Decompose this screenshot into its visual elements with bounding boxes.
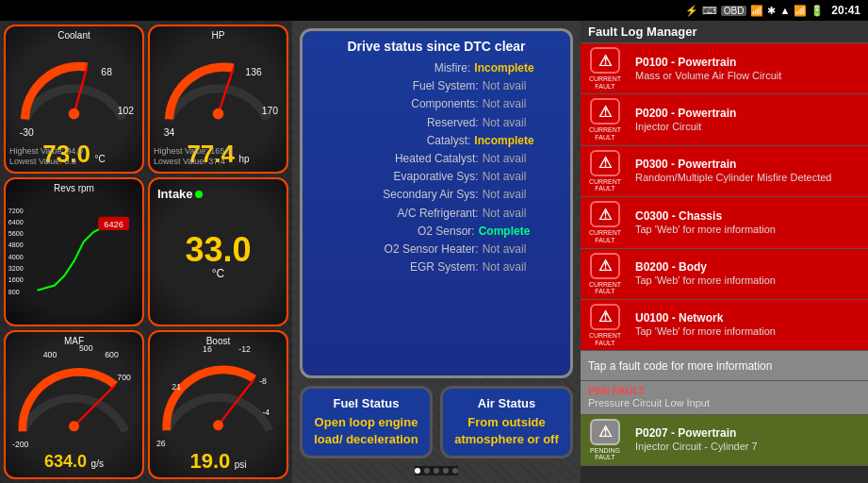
wifi-icon: ▲ <box>779 5 790 16</box>
maf-gauge[interactable]: MAF -200 400 500 600 700 634.0 g/s <box>4 330 144 479</box>
fault-badge-label: CURRENTFAULT <box>589 75 621 90</box>
status-icons: ⚡ ⌨ OBD 📶 ✱ ▲ 📶 🔋 20:41 <box>685 4 860 17</box>
dtc-row: Catalyst:Incomplete <box>318 132 555 150</box>
fuel-status-title: Fuel Status <box>310 396 422 410</box>
warning-icon: ⚡ <box>685 5 698 17</box>
dot-1 <box>415 468 420 474</box>
fault-icon: ⚠ <box>590 253 620 279</box>
page-dots <box>415 466 458 475</box>
svg-text:26: 26 <box>156 439 166 448</box>
intake-value: 33.0 <box>185 230 251 269</box>
svg-text:6426: 6426 <box>104 220 123 229</box>
fault-code: P0200 - Powertrain <box>635 107 862 120</box>
fault-icon: ⚠ <box>590 47 620 74</box>
fault-list: ⚠ CURRENTFAULT P0100 - Powertrain Mass o… <box>581 43 868 483</box>
svg-text:7200: 7200 <box>8 208 24 215</box>
maf-value: 634.0 <box>44 452 87 471</box>
fault-badge: ⚠ CURRENTFAULT <box>581 43 630 93</box>
fault-item[interactable]: ⚠ CURRENTFAULT P0300 - Powertrain Random… <box>581 146 868 197</box>
fault-desc: Tap 'Web' for more information <box>635 223 862 236</box>
coolant-sub: Highest Value: 94.0 Lowest Value: 0.0 <box>9 146 83 168</box>
fault-log-header: Fault Log Manager <box>581 21 868 43</box>
svg-point-21 <box>69 422 79 432</box>
fuel-status-box[interactable]: Fuel Status Open loop engine load/ decel… <box>300 386 433 458</box>
dtc-row-value: Not avail <box>483 241 527 258</box>
dtc-panel[interactable]: Drive status since DTC clear Misfire:Inc… <box>300 28 573 378</box>
fault-icon: ⚠ <box>590 98 620 125</box>
air-status-box[interactable]: Air Status From outside atmosphere or of… <box>440 386 573 458</box>
dtc-row: Evaporative Sys:Not avail <box>318 168 555 186</box>
fault-desc: Tap 'Web' for more information <box>635 274 862 287</box>
pending-fault-desc-main: Injector Circuit - Cylinder 7 <box>635 440 862 453</box>
dtc-row: Fuel System:Not avail <box>318 77 555 95</box>
usb-icon: ⌨ <box>702 5 717 17</box>
boost-gauge[interactable]: Boost 26 21 16 -12 -8 -4 19.0 psi <box>148 330 288 479</box>
fault-info: P0300 - Powertrain Random/Multiple Cylin… <box>630 154 868 188</box>
tap-info-text: Tap a fault code for more information <box>581 356 868 376</box>
pending-badge: ⚠ PENDINGFAULT <box>581 415 630 465</box>
dtc-row-value: Not avail <box>483 150 527 168</box>
svg-text:136: 136 <box>245 67 262 77</box>
dtc-row-label: Heated Catalyst: <box>347 150 479 168</box>
maf-title: MAF <box>6 336 142 346</box>
fault-item[interactable]: ⚠ CURRENTFAULT B0200 - Body Tap 'Web' fo… <box>581 249 868 300</box>
fault-badge-label: CURRENTFAULT <box>589 126 621 141</box>
rev-gauge[interactable]: Revs rpm 7200 6400 5600 4800 4000 3200 1… <box>4 177 144 326</box>
svg-text:-4: -4 <box>262 408 270 417</box>
intake-unit: °C <box>212 267 224 280</box>
fault-info: B0200 - Body Tap 'Web' for more informat… <box>630 257 868 291</box>
dtc-row: O2 Sensor:Complete <box>318 223 555 241</box>
status-bar: ⚡ ⌨ OBD 📶 ✱ ▲ 📶 🔋 20:41 <box>0 0 868 21</box>
signal-icon: 📶 <box>750 5 763 17</box>
dtc-row-value: Not avail <box>483 95 527 113</box>
hp-sub: Highest Value: 165.5 Lowest Value: 37.4 <box>154 146 232 168</box>
fault-code: P0100 - Powertrain <box>635 56 862 69</box>
svg-text:4800: 4800 <box>8 242 24 250</box>
boost-title: Boost <box>150 336 287 346</box>
fault-item[interactable]: ⚠ CURRENTFAULT U0100 - Network Tap 'Web'… <box>581 300 868 351</box>
pending-code-row: PEN FAULT Pressure Circuit Low Input <box>581 381 868 414</box>
coolant-title: Coolant <box>6 30 142 41</box>
dot-4 <box>443 468 449 474</box>
right-panel: Fault Log Manager ⚠ CURRENTFAULT P0100 -… <box>581 21 868 483</box>
dtc-row-label: EGR System: <box>347 258 479 276</box>
fault-desc: Injector Circuit <box>635 120 862 133</box>
pending-fault-code: PEN FAULT <box>588 385 860 396</box>
fault-badge-label: CURRENTFAULT <box>589 281 621 295</box>
svg-text:700: 700 <box>117 373 131 382</box>
dtc-row: Heated Catalyst:Not avail <box>318 150 555 168</box>
fault-badge: ⚠ CURRENTFAULT <box>581 300 630 350</box>
dtc-row: Secondary Air Sys:Not avail <box>318 186 555 204</box>
svg-text:5600: 5600 <box>8 231 24 239</box>
fault-icon: ⚠ <box>590 201 620 227</box>
coolant-gauge[interactable]: Coolant -30 68 102 73.0 °C Highest Value… <box>4 25 144 174</box>
svg-text:4000: 4000 <box>8 254 24 261</box>
fault-code: U0100 - Network <box>635 311 862 325</box>
intake-gauge[interactable]: Intake 33.0 °C <box>148 177 288 326</box>
dtc-row: Misfire:Incomplete <box>318 59 555 77</box>
svg-text:-30: -30 <box>20 127 34 138</box>
fuel-status-value: Open loop engine load/ deceleration <box>310 414 422 448</box>
fault-desc: Mass or Volume Air Flow Circuit <box>635 69 862 82</box>
fault-item[interactable]: ⚠ CURRENTFAULT P0100 - Powertrain Mass o… <box>581 43 868 94</box>
dtc-row-label: O2 Sensor: <box>343 223 475 241</box>
fault-item[interactable]: ⚠ CURRENTFAULT P0200 - Powertrain Inject… <box>581 94 868 145</box>
air-status-value: From outside atmosphere or off <box>450 414 563 448</box>
dtc-row: Components:Not avail <box>318 95 555 113</box>
dtc-row-value: Not avail <box>483 258 527 276</box>
pending-badge-label: PENDINGFAULT <box>590 447 620 461</box>
hp-gauge[interactable]: HP 34 136 170 77.4 hp Highest Value: 165… <box>148 25 288 174</box>
svg-text:170: 170 <box>262 106 279 116</box>
dtc-row-value: Not avail <box>483 114 527 132</box>
maf-unit: g/s <box>91 458 104 469</box>
pending-fault-item[interactable]: ⚠ PENDINGFAULT P0207 - Powertrain Inject… <box>581 415 868 466</box>
fault-badge-label: CURRENTFAULT <box>589 332 621 346</box>
svg-text:3200: 3200 <box>8 266 24 274</box>
dtc-row-value: Incomplete <box>474 59 533 77</box>
coolant-unit: °C <box>94 154 105 164</box>
dtc-row-value: Incomplete <box>474 132 533 150</box>
fault-item[interactable]: ⚠ CURRENTFAULT C0300 - Chassis Tap 'Web'… <box>581 197 868 248</box>
boost-value: 19.0 <box>189 449 230 473</box>
svg-text:21: 21 <box>172 382 181 391</box>
dtc-row-label: Catalyst: <box>338 132 470 150</box>
